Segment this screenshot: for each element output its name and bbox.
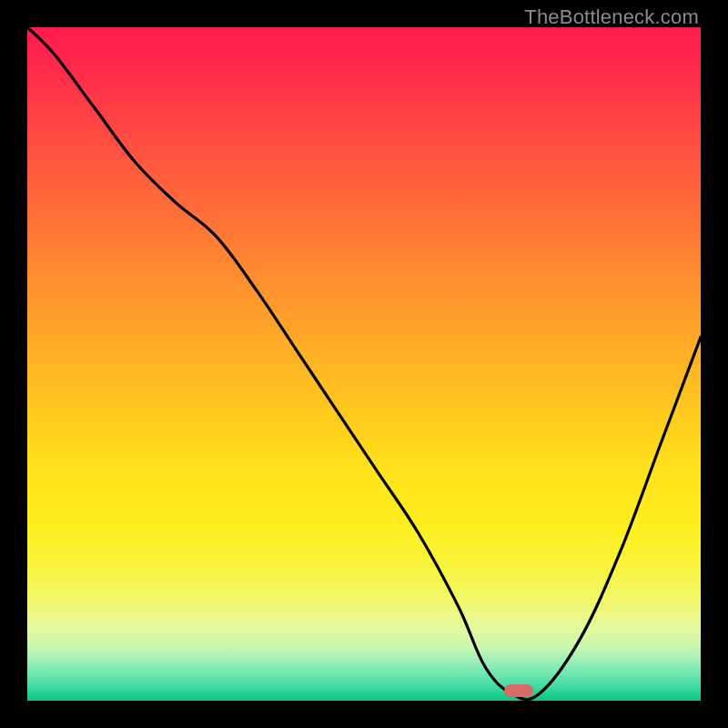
optimal-marker (504, 684, 533, 697)
curve-svg (27, 27, 701, 701)
chart-frame: TheBottleneck.com (0, 0, 728, 728)
watermark-text: TheBottleneck.com (524, 5, 699, 29)
plot-area (27, 27, 701, 701)
bottleneck-curve-path (27, 27, 701, 700)
